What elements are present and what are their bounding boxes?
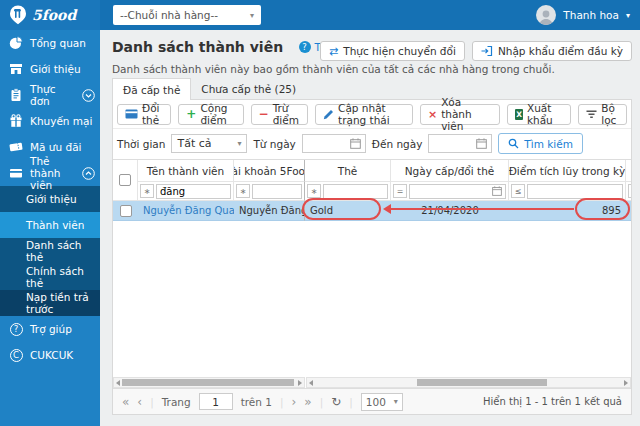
scrollbar-thumb[interactable] bbox=[417, 379, 547, 386]
sidebar-item-introduction[interactable]: Giới thiệu bbox=[0, 56, 100, 82]
scroll-right-icon[interactable] bbox=[624, 380, 628, 386]
cell-date: 21/04/2020 bbox=[391, 201, 509, 221]
column-header-account[interactable]: Tài khoản 5Food bbox=[234, 160, 305, 182]
page-size-value: 100 bbox=[366, 396, 386, 408]
app-logo[interactable]: 5food bbox=[0, 0, 100, 30]
sidebar-subitem-label: Chính sách thẻ bbox=[26, 265, 100, 289]
divider: | bbox=[150, 396, 154, 408]
topbar: 5food --Chuỗi nhà hàng-- ▾ Thanh hoa ▾ bbox=[0, 0, 640, 30]
user-name: Thanh hoa bbox=[563, 9, 619, 21]
select-all-checkbox[interactable] bbox=[119, 174, 131, 186]
members-grid: Tên thành viên Tài khoản 5Food Thẻ Ngày … bbox=[113, 159, 631, 377]
logo-text: 5food bbox=[32, 7, 76, 23]
filter-operator-button[interactable]: ≤ bbox=[628, 184, 631, 198]
column-header-card[interactable]: Thẻ bbox=[305, 160, 391, 182]
subtract-points-button[interactable]: − Trừ điểm bbox=[251, 104, 308, 125]
divider: | bbox=[280, 396, 284, 408]
column-header-date[interactable]: Ngày cấp/đổi thẻ bbox=[391, 160, 509, 182]
scroll-right-icon[interactable] bbox=[298, 380, 302, 386]
next-page-icon[interactable]: › bbox=[292, 395, 297, 409]
chain-select[interactable]: --Chuỗi nhà hàng-- ▾ bbox=[113, 5, 261, 25]
5food-pin-icon bbox=[9, 5, 27, 25]
chain-select-value: --Chuỗi nhà hàng-- bbox=[120, 9, 218, 21]
sidebar-subitem-label: Danh sách thẻ bbox=[26, 239, 100, 263]
content-panel: Đổi thẻ + Cộng điểm − Trừ điểm Cập nhật … bbox=[112, 99, 632, 415]
scroll-left-icon[interactable] bbox=[116, 380, 120, 386]
calendar-icon bbox=[350, 138, 361, 149]
name-filter-cell: ∗ bbox=[138, 182, 234, 201]
filter-button[interactable]: Bộ lọc bbox=[578, 104, 627, 125]
page-number-input[interactable] bbox=[199, 393, 233, 410]
import-opening-points-button[interactable]: Nhập khẩu điểm đầu kỳ bbox=[472, 41, 632, 61]
tabs: Đã cấp thẻ Chưa cấp thẻ (25) bbox=[112, 78, 306, 100]
date-filter-input[interactable] bbox=[413, 186, 492, 197]
sidebar-item-menu[interactable]: Thực đơn bbox=[0, 82, 100, 108]
filter-operator-button[interactable]: = bbox=[393, 184, 407, 198]
account-filter-input[interactable] bbox=[256, 186, 298, 197]
search-button[interactable]: Tìm kiếm bbox=[498, 133, 583, 154]
sidebar-item-promotions[interactable]: Khuyến mại bbox=[0, 108, 100, 134]
cukcuk-icon: C bbox=[9, 349, 23, 362]
filter-operator-button[interactable]: ∗ bbox=[236, 184, 250, 198]
name-filter-input[interactable] bbox=[160, 186, 227, 197]
sidebar-subitem-card-list[interactable]: Danh sách thẻ bbox=[0, 238, 100, 264]
add-points-button[interactable]: + Cộng điểm bbox=[178, 104, 243, 125]
last-page-icon[interactable]: » bbox=[304, 395, 311, 409]
calendar-icon[interactable] bbox=[492, 186, 502, 196]
account-filter-cell: ∗ bbox=[234, 182, 305, 201]
time-label: Thời gian bbox=[117, 138, 165, 150]
card-filter-input[interactable] bbox=[327, 186, 384, 197]
sidebar-item-member-card[interactable]: Thẻ thành viên bbox=[0, 160, 100, 186]
export-label: Xuất khẩu bbox=[527, 102, 563, 126]
update-status-button[interactable]: Cập nhật trạng thái bbox=[315, 104, 413, 125]
sidebar-item-cukcuk[interactable]: C CUKCUK bbox=[0, 342, 100, 368]
chevron-down-icon: ▾ bbox=[626, 11, 630, 20]
page-header: Danh sách thành viên ? Trợ giúp ⇄ Thực h… bbox=[112, 39, 632, 63]
filter-operator-button[interactable]: ∗ bbox=[307, 184, 321, 198]
filter-bar: Thời gian Tất cả ▾ Từ ngày Đến ngày bbox=[113, 129, 631, 158]
divider: | bbox=[349, 396, 353, 408]
select-all-cell bbox=[113, 160, 138, 201]
sidebar-item-label: Tổng quan bbox=[30, 37, 86, 49]
points-filter-input[interactable] bbox=[531, 186, 619, 197]
sidebar-subitem-members[interactable]: Thành viên bbox=[0, 212, 100, 238]
tab-issued-cards[interactable]: Đã cấp thẻ bbox=[112, 78, 191, 100]
chevron-down-icon: ▾ bbox=[394, 397, 398, 406]
filter-icon bbox=[586, 110, 597, 119]
column-header-points[interactable]: Điểm tích lũy trong kỳ bbox=[509, 160, 626, 182]
sidebar-subitem-prepaid-topup[interactable]: Nạp tiền trả trước bbox=[0, 290, 100, 316]
sidebar-subitem-card-policy[interactable]: Chính sách thẻ bbox=[0, 264, 100, 290]
row-checkbox[interactable] bbox=[120, 205, 132, 217]
from-date-input[interactable] bbox=[302, 134, 366, 153]
scrollbar-thumb[interactable] bbox=[122, 379, 294, 386]
delete-member-button[interactable]: × Xóa thành viên bbox=[420, 104, 501, 125]
scroll-left-icon[interactable] bbox=[309, 380, 313, 386]
partial-filter-cell: ≤ bbox=[626, 182, 631, 201]
avatar bbox=[536, 5, 556, 25]
to-date-input[interactable] bbox=[428, 134, 492, 153]
prev-page-icon[interactable]: ‹ bbox=[137, 395, 142, 409]
scrollable-columns-scrollbar[interactable] bbox=[306, 377, 631, 388]
locked-columns-scrollbar[interactable] bbox=[113, 377, 305, 388]
update-status-label: Cập nhật trạng thái bbox=[338, 102, 405, 126]
page-size-select[interactable]: 100 ▾ bbox=[361, 393, 403, 411]
time-select[interactable]: Tất cả ▾ bbox=[171, 134, 247, 153]
swap-arrows-icon: ⇄ bbox=[329, 45, 338, 58]
results-summary: Hiển thị 1 - 1 trên 1 kết quả bbox=[483, 396, 622, 407]
sidebar-item-help[interactable]: ? Trợ giúp bbox=[0, 316, 100, 342]
user-menu[interactable]: Thanh hoa ▾ bbox=[536, 5, 640, 25]
refresh-icon[interactable]: ↻ bbox=[331, 395, 341, 409]
clipboard-icon bbox=[9, 88, 23, 102]
chevron-down-circle-icon bbox=[82, 89, 95, 102]
member-name-link[interactable]: Nguyễn Đăng Quang bbox=[143, 205, 234, 216]
column-header-name[interactable]: Tên thành viên bbox=[138, 160, 234, 182]
sidebar-item-overview[interactable]: Tổng quan bbox=[0, 30, 100, 56]
tab-not-issued-cards[interactable]: Chưa cấp thẻ (25) bbox=[191, 78, 306, 100]
first-page-icon[interactable]: « bbox=[122, 395, 129, 409]
export-button[interactable]: X Xuất khẩu bbox=[507, 104, 571, 125]
sidebar-subitem-label: Thành viên bbox=[26, 219, 84, 231]
change-card-button[interactable]: Đổi thẻ bbox=[117, 104, 171, 125]
filter-operator-button[interactable]: ∗ bbox=[140, 184, 154, 198]
convert-button[interactable]: ⇄ Thực hiện chuyển đổi bbox=[320, 41, 465, 61]
filter-operator-button[interactable]: ≤ bbox=[511, 184, 525, 198]
